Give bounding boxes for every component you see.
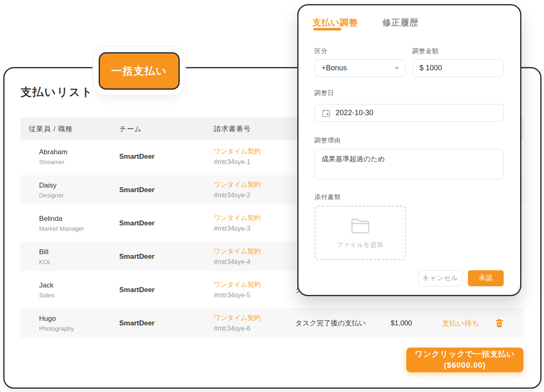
trash-icon[interactable] bbox=[495, 319, 503, 327]
contract-type: ワンタイム契約 bbox=[214, 181, 295, 189]
approve-button[interactable]: 承認 bbox=[468, 270, 504, 286]
employee-name: Abraham bbox=[39, 148, 119, 156]
employee-name: Daisy bbox=[39, 181, 119, 190]
pay-all-button[interactable]: ワンクリックで一括支払い ($6000.00) bbox=[406, 348, 523, 372]
employee-role: Market Manager bbox=[39, 225, 119, 232]
invoice-number: #mtr34sye-3 bbox=[214, 225, 295, 232]
employee-cell: Hugo Photography bbox=[29, 315, 119, 332]
row-action bbox=[495, 319, 523, 327]
invoice-cell: ワンタイム契約 #mtr34sye-4 bbox=[214, 247, 295, 266]
contract-type: ワンタイム契約 bbox=[214, 147, 295, 156]
pay-method-cell: タスク完了後の支払い bbox=[295, 318, 391, 328]
employee-name: Jack bbox=[39, 281, 119, 290]
tab-revision-history[interactable]: 修正履歴 bbox=[382, 17, 419, 28]
employee-name: Bill bbox=[39, 248, 119, 256]
employee-role: KOL bbox=[39, 258, 119, 265]
invoice-cell: ワンタイム契約 #mtr34sye-2 bbox=[214, 181, 295, 199]
employee-role: Photography bbox=[39, 325, 119, 332]
employee-role: Streamer bbox=[39, 158, 119, 165]
attachment-label: 添付書類 bbox=[315, 193, 341, 201]
employee-name: Hugo bbox=[39, 315, 119, 323]
employee-cell: Daisy Designer bbox=[29, 181, 119, 199]
amount-label: 調整金額 bbox=[412, 47, 439, 55]
employee-cell: Belinda Market Manager bbox=[29, 215, 119, 232]
category-select[interactable]: +Bonus bbox=[315, 59, 406, 77]
active-tab-underline bbox=[313, 28, 341, 30]
team-cell: SmartDeer bbox=[119, 253, 214, 261]
date-value: 2022-10-30 bbox=[336, 109, 373, 117]
category-value: +Bonus bbox=[322, 64, 347, 72]
invoice-cell: ワンタイム契約 #mtr34sye-6 bbox=[214, 314, 295, 332]
reason-label: 調整理由 bbox=[315, 137, 341, 144]
upload-label: ファイルを追加 bbox=[337, 241, 384, 249]
employee-role: Sales bbox=[39, 292, 119, 299]
batch-pay-button[interactable]: 一括支払い bbox=[99, 52, 180, 90]
invoice-number: #mtr34sye-1 bbox=[214, 158, 295, 166]
col-invoice: 請求書番号 bbox=[214, 124, 295, 134]
amount-input[interactable]: $ 1000 bbox=[412, 59, 504, 77]
folder-icon bbox=[350, 217, 370, 236]
date-label: 調整日 bbox=[315, 89, 334, 97]
team-cell: SmartDeer bbox=[119, 186, 214, 194]
team-cell: SmartDeer bbox=[119, 286, 214, 294]
contract-type: ワンタイム契約 bbox=[214, 247, 295, 256]
payment-adjust-modal: 支払い調整 修正履歴 区分 調整金額 +Bonus $ 1000 調整日 202… bbox=[297, 4, 521, 296]
invoice-cell: ワンタイム契約 #mtr34sye-3 bbox=[214, 214, 295, 232]
cancel-button[interactable]: キャンセル bbox=[418, 270, 463, 286]
employee-cell: Bill KOL bbox=[29, 248, 119, 265]
category-label: 区分 bbox=[315, 47, 328, 55]
amount-cell: $1,000 bbox=[391, 319, 442, 327]
reason-textarea[interactable]: 成果基準超過のため bbox=[315, 149, 504, 179]
reason-value: 成果基準超過のため bbox=[322, 154, 385, 164]
chevron-down-icon bbox=[395, 67, 399, 70]
contract-type: ワンタイム契約 bbox=[214, 314, 295, 322]
batch-pay-label: 一括支払い bbox=[111, 64, 167, 78]
table-row: Hugo Photography SmartDeer ワンタイム契約 #mtr3… bbox=[21, 306, 523, 340]
contract-type: ワンタイム契約 bbox=[214, 214, 295, 223]
team-cell: SmartDeer bbox=[119, 153, 214, 161]
team-cell: SmartDeer bbox=[119, 219, 214, 227]
date-input[interactable]: 2022-10-30 bbox=[315, 104, 504, 122]
invoice-number: #mtr34sye-5 bbox=[214, 292, 295, 299]
col-employee: 従業員 / 職種 bbox=[29, 124, 119, 134]
tab-payment-adjust[interactable]: 支払い調整 bbox=[313, 17, 358, 28]
amount-value: $ 1000 bbox=[419, 64, 442, 72]
calendar-icon bbox=[322, 109, 331, 118]
invoice-cell: ワンタイム契約 #mtr34sye-5 bbox=[214, 281, 295, 299]
employee-cell: Abraham Streamer bbox=[29, 148, 119, 165]
invoice-number: #mtr34sye-2 bbox=[214, 192, 295, 199]
file-upload-dropzone[interactable]: ファイルを追加 bbox=[315, 206, 406, 260]
employee-cell: Jack Sales bbox=[29, 281, 119, 299]
employee-role: Designer bbox=[39, 192, 119, 199]
status-badge: 支払い待ち bbox=[442, 318, 495, 328]
employee-name: Belinda bbox=[39, 215, 119, 223]
invoice-cell: ワンタイム契約 #mtr34sye-1 bbox=[214, 147, 295, 166]
page: 支払いリスト 従業員 / 職種 チーム 請求書番号 Abraham Stream… bbox=[0, 0, 544, 392]
invoice-number: #mtr34sye-6 bbox=[214, 325, 295, 332]
contract-type: ワンタイム契約 bbox=[214, 281, 295, 289]
invoice-number: #mtr34sye-4 bbox=[214, 258, 295, 266]
team-cell: SmartDeer bbox=[119, 319, 214, 327]
pay-all-line2: ($6000.00) bbox=[444, 360, 486, 371]
pay-all-line1: ワンクリックで一括支払い bbox=[415, 349, 515, 360]
page-title: 支払いリスト bbox=[21, 85, 93, 100]
col-team: チーム bbox=[119, 124, 214, 134]
